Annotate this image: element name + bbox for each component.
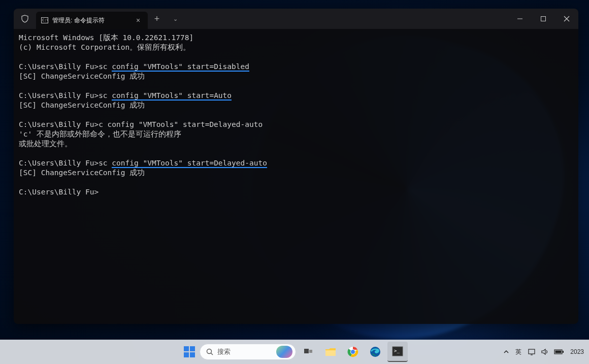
date-label[interactable]: 2023: [570, 348, 584, 355]
explorer-button[interactable]: [320, 342, 341, 362]
banner-line: Microsoft Windows [版本 10.0.22621.1778]: [19, 34, 193, 42]
terminal-tab[interactable]: C:\ 管理员: 命令提示符 ×: [36, 12, 148, 29]
svg-point-10: [207, 349, 212, 354]
search-placeholder: 搜索: [217, 347, 272, 356]
taskbar: 搜索 >_ 英 2023: [0, 340, 589, 364]
svg-line-11: [211, 353, 213, 355]
result-line: [SC] ChangeServiceConfig 成功: [19, 72, 145, 80]
result-line: [SC] ChangeServiceConfig 成功: [19, 101, 145, 109]
terminal-window: C:\ 管理员: 命令提示符 × + ⌄ Microsoft Windows […: [14, 9, 578, 324]
chrome-button[interactable]: [343, 342, 363, 362]
svg-rect-12: [304, 349, 309, 353]
cmd-text: sc: [99, 159, 112, 167]
close-icon[interactable]: ×: [134, 16, 143, 25]
tab-title: 管理员: 命令提示符: [52, 16, 129, 25]
prompt: C:\Users\Billy Fu>: [19, 188, 99, 196]
banner-line: (c) Microsoft Corporation。保留所有权利。: [19, 43, 190, 51]
svg-rect-21: [529, 349, 535, 354]
volume-icon: [541, 348, 549, 355]
svg-rect-9: [190, 352, 195, 357]
tray-overflow-icon[interactable]: [503, 349, 509, 355]
svg-point-17: [351, 350, 355, 354]
taskbar-tray: 英 2023: [503, 348, 584, 356]
new-tab-button[interactable]: +: [148, 9, 166, 29]
cmd-highlight: config "VMTools" start=Delayed-auto: [112, 159, 267, 168]
terminal-taskbar-button[interactable]: >_: [387, 342, 408, 362]
system-tray[interactable]: [528, 348, 564, 355]
svg-rect-6: [184, 346, 189, 351]
svg-rect-3: [541, 17, 546, 21]
error-line: 'c' 不是内部或外部命令，也不是可运行的程序: [19, 130, 181, 138]
result-line: [SC] ChangeServiceConfig 成功: [19, 169, 145, 177]
prompt: C:\Users\Billy Fu>: [19, 159, 99, 167]
cmd-icon: C:\: [41, 17, 48, 23]
svg-rect-8: [184, 352, 189, 357]
battery-icon: [554, 349, 564, 355]
svg-rect-14: [325, 350, 336, 356]
svg-text:C:\: C:\: [42, 18, 48, 22]
terminal-output[interactable]: Microsoft Windows [版本 10.0.22621.1778] (…: [14, 29, 578, 324]
svg-rect-25: [563, 351, 564, 353]
prompt: C:\Users\Billy Fu>: [19, 62, 99, 71]
prompt: C:\Users\Billy Fu>: [19, 120, 99, 128]
svg-text:>_: >_: [394, 348, 400, 353]
taskbar-search[interactable]: 搜索: [200, 344, 296, 360]
prompt: C:\Users\Billy Fu>: [19, 91, 99, 100]
shield-icon: [14, 9, 36, 29]
cmd-text: sc: [99, 91, 112, 100]
titlebar: C:\ 管理员: 命令提示符 × + ⌄: [14, 9, 578, 29]
error-line: 或批处理文件。: [19, 140, 72, 148]
svg-rect-13: [309, 350, 312, 353]
ime-indicator[interactable]: 英: [515, 348, 521, 356]
svg-rect-24: [555, 351, 562, 353]
close-window-button[interactable]: [555, 9, 578, 29]
taskview-button[interactable]: [298, 342, 318, 362]
cmd-highlight: config "VMTools" start=Disabled: [112, 62, 249, 72]
minimize-button[interactable]: [508, 9, 532, 29]
cmd-highlight: config "VMTools" start=Auto: [112, 91, 232, 101]
search-icon: [206, 348, 213, 355]
search-visual-icon[interactable]: [276, 346, 292, 358]
edge-button[interactable]: [365, 342, 385, 362]
start-button[interactable]: [181, 344, 198, 360]
tab-dropdown-button[interactable]: ⌄: [166, 9, 184, 29]
network-icon: [528, 348, 536, 355]
cmd-text: sc: [99, 62, 112, 71]
taskbar-center: 搜索 >_: [181, 342, 408, 362]
cmd-text: c config "VMTools" start=Delayed-auto: [99, 120, 263, 128]
maximize-button[interactable]: [532, 9, 555, 29]
svg-rect-7: [190, 346, 195, 351]
